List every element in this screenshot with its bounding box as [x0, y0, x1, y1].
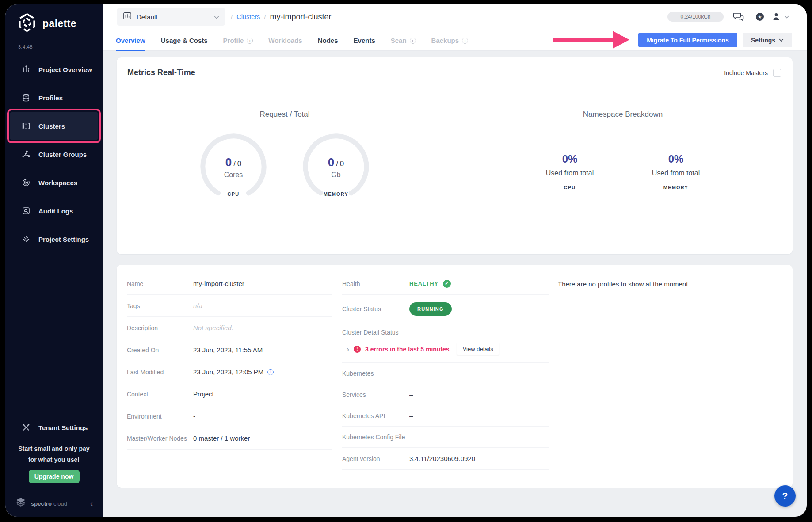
row-label: Master/Worker Nodes [127, 435, 193, 442]
tab-nodes[interactable]: Nodes [318, 37, 338, 51]
help-button[interactable]: ? [774, 485, 796, 507]
detail-row-context: Context Project [127, 383, 332, 405]
sidebar-item-label: Clusters [38, 122, 65, 130]
target-icon [21, 178, 31, 187]
upgrade-now-button[interactable]: Upgrade now [29, 470, 80, 483]
sidebar-item-label: Project Overview [38, 66, 92, 73]
chat-icon[interactable] [733, 12, 744, 22]
include-masters-label: Include Masters [724, 69, 768, 76]
memory-gauge: 0/0 Gb MEMORY [301, 131, 371, 202]
tab-overview[interactable]: Overview [116, 37, 145, 51]
project-selector-value: Default [137, 13, 158, 21]
view-details-button[interactable]: View details [457, 343, 499, 355]
row-value: – [409, 370, 413, 377]
chevron-down-icon[interactable] [785, 15, 789, 19]
breadcrumb-clusters-link[interactable]: Clusters [236, 13, 260, 20]
profiles-column: There are no profiles to show at the mom… [558, 273, 782, 295]
row-label: Name [127, 280, 193, 287]
version-label: 3.4.48 [18, 44, 33, 50]
migrate-to-full-permissions-button[interactable]: Migrate To Full Permissions [638, 33, 737, 47]
row-value: – [409, 391, 413, 398]
user-icon[interactable] [773, 13, 780, 21]
settings-button-label: Settings [751, 37, 775, 44]
tab-label: Workloads [268, 37, 302, 44]
cluster-status-row: Cluster Status RUNNING [342, 295, 549, 323]
row-label: Tags [127, 302, 193, 309]
promo-text-line1: Start small and only pay [5, 443, 103, 454]
upgrade-promo: Start small and only pay for what you us… [5, 443, 103, 483]
cpu-used-value: 0 [225, 156, 232, 169]
profiles-empty-message: There are no profiles to show at the mom… [558, 273, 782, 295]
general-info-column: Name my-import-cluster Tags n/a Descript… [127, 273, 332, 450]
chevron-down-icon [214, 13, 219, 21]
status-column: Health HEALTHY ✓ Cluster Status RUNNING … [342, 273, 549, 470]
request-total-section: Request / Total 0/0 Cores [117, 88, 453, 254]
memory-total-value: 0 [340, 160, 344, 168]
tab-usage-costs[interactable]: Usage & Costs [161, 37, 208, 51]
star-badge-icon[interactable]: ★ [756, 13, 764, 21]
error-icon: ! [354, 346, 361, 353]
row-label: Description [127, 324, 193, 331]
sidebar-item-project-settings[interactable]: Project Settings [5, 225, 103, 253]
settings-button[interactable]: Settings [743, 33, 792, 47]
detail-row-description: Description Not specified. [127, 317, 332, 339]
sidebar-item-label: Audit Logs [38, 207, 73, 215]
row-label: Kubernetes Config File [342, 434, 409, 441]
include-masters: Include Masters [724, 69, 781, 77]
cpu-stat-caption: CPU [539, 185, 601, 190]
footer-brand-secondary: cloud [53, 500, 67, 507]
include-masters-checkbox[interactable] [773, 69, 781, 77]
brand-name: palette [42, 18, 76, 30]
breadcrumb-separator: / [264, 13, 266, 21]
project-scope-icon [123, 11, 132, 22]
tab-label: Backups [431, 37, 459, 44]
metrics-header: Metrics Real-Time Include Masters [117, 57, 793, 88]
info-icon[interactable]: i [462, 38, 468, 44]
sidebar: palette 3.4.48 Project Overview [5, 4, 103, 517]
sidebar-item-workspaces[interactable]: Workspaces [5, 168, 103, 197]
brand: palette [17, 12, 76, 34]
network-icon [21, 149, 31, 159]
spectro-cloud-logo-icon [15, 497, 27, 510]
namespace-cpu-stat: 0% Used from total CPU [539, 153, 601, 190]
tab-label: Profile [223, 37, 244, 44]
cpu-caption: CPU [198, 191, 269, 197]
row-label: Health [342, 280, 409, 287]
expand-chevron-icon[interactable]: › [347, 345, 349, 353]
info-icon[interactable]: i [247, 38, 253, 44]
sidebar-item-label: Workspaces [38, 179, 77, 187]
detail-row-created-on: Created On 23 Jun, 2023, 11:55 AM [127, 339, 332, 361]
info-icon[interactable]: i [267, 369, 274, 375]
tab-events[interactable]: Events [354, 37, 375, 51]
detail-row-name: Name my-import-cluster [127, 273, 332, 295]
cluster-details-card: Name my-import-cluster Tags n/a Descript… [117, 265, 793, 488]
row-label: Agent version [342, 455, 409, 462]
kubernetes-row: Kubernetes – [342, 363, 549, 384]
detail-row-master-worker: Master/Worker Nodes 0 master / 1 worker [127, 427, 332, 450]
topbar: Default / Clusters / my-import-cluster 0… [103, 4, 807, 51]
sidebar-item-audit-logs[interactable]: Audit Logs [5, 197, 103, 225]
value-separator: / [336, 160, 338, 168]
tab-backups[interactable]: Backupsi [431, 37, 469, 51]
project-selector[interactable]: Default [117, 8, 225, 26]
row-value: 23 Jun, 2023, 11:55 AM [193, 346, 263, 354]
tab-profile[interactable]: Profilei [223, 37, 253, 51]
error-message: 3 errors in the last 5 minutes [365, 346, 450, 353]
sidebar-item-cluster-groups[interactable]: Cluster Groups [5, 140, 103, 168]
chart-icon [21, 65, 31, 74]
tab-scan[interactable]: Scani [391, 37, 416, 51]
sidebar-item-profiles[interactable]: Profiles [5, 84, 103, 112]
clusters-icon [21, 121, 31, 131]
sidebar-item-project-overview[interactable]: Project Overview [5, 55, 103, 84]
cpu-percent-value: 0% [539, 153, 601, 165]
sidebar-item-clusters[interactable]: Clusters [10, 112, 98, 140]
tab-workloads[interactable]: Workloads [268, 37, 302, 51]
row-label: Cluster Status [342, 305, 409, 312]
collapse-sidebar-icon[interactable]: ‹ [90, 499, 93, 507]
kubernetes-api-row: Kubernetes API – [342, 405, 549, 427]
sidebar-item-tenant-settings[interactable]: Tenant Settings [5, 413, 103, 442]
info-icon[interactable]: i [410, 38, 416, 44]
row-label: Kubernetes [342, 370, 409, 377]
topbar-right: 0.24/100kCh ★ [667, 12, 789, 22]
tab-label: Overview [116, 37, 145, 44]
